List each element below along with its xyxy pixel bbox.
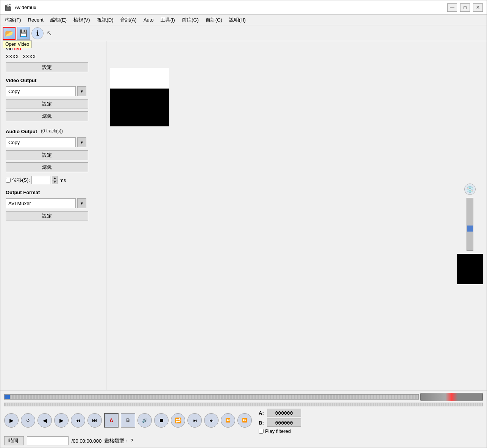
- menu-help[interactable]: 說明(H): [226, 16, 249, 24]
- menu-file[interactable]: 檔案(F): [2, 16, 24, 24]
- main-content: Vid Ied XXXX XXXX 設定 Video Output Copy ▼…: [0, 41, 487, 390]
- timeline-track-1[interactable]: [4, 394, 419, 400]
- format-dropdown-arrow[interactable]: ▼: [77, 198, 86, 208]
- app-icon: 🎬: [4, 4, 12, 11]
- audio-dropdown-arrow[interactable]: ▼: [77, 137, 86, 147]
- menu-audio[interactable]: 音訊(A): [117, 16, 140, 24]
- mark-b-button[interactable]: B: [121, 413, 135, 428]
- open-video-wrapper: 📂 Open Video: [3, 27, 16, 40]
- window-title: Avidemux: [15, 5, 36, 10]
- time-display-row: 時間: 00:00:00.000 /00:00:00.000 畫格類型： ?: [4, 436, 483, 445]
- main-window: 🎬 Avidemux — □ ✕ 檔案(F) Recent 編輯(E) 檢視(V…: [0, 0, 487, 448]
- prev-blk-button[interactable]: ⏪: [221, 413, 235, 428]
- ab-markers-section: A: 000000 B: 000000 Play filtered: [259, 409, 301, 434]
- info-icon: ℹ: [36, 29, 39, 37]
- audio-filter-button[interactable]: 濾鏡: [6, 162, 88, 172]
- shift-input[interactable]: 0: [31, 176, 50, 184]
- video-output-label: Video Output: [6, 78, 101, 83]
- title-bar-left: 🎬 Avidemux: [4, 4, 36, 11]
- shift-checkbox[interactable]: [6, 178, 11, 183]
- play-button[interactable]: ▶: [4, 413, 19, 428]
- video-dropdown-arrow[interactable]: ▼: [77, 86, 86, 96]
- open-video-button[interactable]: 📂: [3, 27, 16, 40]
- next-frame-button[interactable]: ▶: [54, 413, 69, 428]
- prev-frame-button[interactable]: ◀: [37, 413, 52, 428]
- menu-bar: 檔案(F) Recent 編輯(E) 檢視(V) 視訊(D) 音訊(A) Aut…: [0, 15, 487, 25]
- codec-right: XXXX: [23, 54, 36, 59]
- close-button[interactable]: ✕: [473, 3, 483, 12]
- prev-key-button[interactable]: ⏮: [187, 413, 202, 428]
- output-format-label: Output Format: [6, 190, 101, 195]
- open-video-tooltip: Open Video: [3, 40, 32, 48]
- format-config-button[interactable]: 設定: [6, 211, 88, 221]
- vol-button[interactable]: 🔊: [137, 413, 152, 428]
- fast-rewind-button[interactable]: ⏮: [71, 413, 85, 428]
- title-bar: 🎬 Avidemux — □ ✕: [0, 0, 487, 15]
- spin-row: 0 ▲ ▼ ms: [31, 176, 66, 184]
- current-time-input[interactable]: 00:00:00.000: [27, 436, 69, 445]
- vertical-slider-handle[interactable]: [467, 226, 473, 232]
- video-config-button[interactable]: 設定: [6, 99, 88, 109]
- title-bar-right: — □ ✕: [447, 3, 483, 12]
- menu-view[interactable]: 檢視(V): [70, 16, 93, 24]
- vertical-slider[interactable]: [467, 198, 473, 251]
- menu-video[interactable]: 視訊(D): [94, 16, 117, 24]
- timeline-handle-1[interactable]: [5, 395, 10, 399]
- menu-custom[interactable]: 自訂(C): [203, 16, 225, 24]
- preview-area: [106, 41, 487, 390]
- menu-edit[interactable]: 編輯(E): [47, 16, 70, 24]
- fast-forward-button[interactable]: ⏭: [87, 413, 102, 428]
- audio-tracks: (0 track(s)): [41, 128, 63, 134]
- save-icon: 💾: [19, 29, 28, 37]
- stop-button[interactable]: ⏹: [154, 413, 169, 428]
- video-codec-dropdown[interactable]: Copy: [6, 86, 76, 96]
- next-blk-button[interactable]: ⏩: [237, 413, 252, 428]
- audio-codec-dropdown[interactable]: Copy: [6, 137, 76, 147]
- ab-a-value[interactable]: 000000: [267, 409, 301, 417]
- menu-auto[interactable]: Auto: [140, 16, 157, 23]
- time-label-button[interactable]: 時間:: [4, 436, 24, 445]
- left-panel: Vid Ied XXXX XXXX 設定 Video Output Copy ▼…: [0, 41, 106, 390]
- b-label: B: [126, 417, 130, 423]
- spin-buttons: ▲ ▼: [52, 176, 58, 184]
- bottom-transport: ▶ ↺ ◀ ▶ ⏮ ⏭ A B 🔊 ⏹ 🔁 ⏮ ⏭ ⏪ ⏩: [0, 390, 487, 448]
- loop-button[interactable]: 🔁: [171, 413, 185, 428]
- maximize-button[interactable]: □: [460, 3, 470, 12]
- volume-slider[interactable]: [420, 393, 483, 401]
- mark-a-button[interactable]: A: [104, 413, 119, 428]
- timeline-dots[interactable]: [4, 403, 483, 406]
- shift-unit: ms: [59, 177, 66, 183]
- play-filtered-row: Play filtered: [259, 428, 301, 434]
- video-filter-button[interactable]: 濾鏡: [6, 111, 88, 121]
- preview-top: [110, 68, 169, 89]
- ab-b-value[interactable]: 000000: [267, 418, 301, 427]
- vid-config-button[interactable]: 設定: [6, 62, 88, 72]
- codec-left: XXXX: [6, 54, 19, 59]
- rewind-button[interactable]: ↺: [21, 413, 35, 428]
- play-filtered-checkbox[interactable]: [259, 429, 264, 434]
- audio-output-label: Audio Output: [6, 129, 37, 134]
- menu-recent[interactable]: Recent: [25, 16, 47, 23]
- video-preview: [110, 68, 169, 126]
- timeline-row-1: [4, 393, 483, 401]
- open-video-icon: 📂: [5, 29, 13, 37]
- audio-config-button[interactable]: 設定: [6, 150, 88, 160]
- shift-row: 位移(S): 0 ▲ ▼ ms: [6, 176, 101, 184]
- info-button[interactable]: ℹ: [31, 27, 44, 39]
- spin-down-button[interactable]: ▼: [52, 180, 58, 184]
- toolbar: 📂 Open Video 💾 ℹ ↖: [0, 25, 487, 41]
- time-separator: /00:00:00.000: [72, 438, 102, 444]
- format-dropdown[interactable]: AVI Muxer: [6, 198, 76, 208]
- menu-goto[interactable]: 前往(G): [179, 16, 202, 24]
- spin-up-button[interactable]: ▲: [52, 176, 58, 180]
- minimize-button[interactable]: —: [447, 3, 457, 12]
- audio-header: Audio Output (0 track(s)): [6, 126, 101, 136]
- transport-buttons: ▶ ↺ ◀ ▶ ⏮ ⏭ A B 🔊 ⏹ 🔁 ⏮ ⏭ ⏪ ⏩: [4, 413, 252, 428]
- menu-tools[interactable]: 工具(I): [158, 16, 178, 24]
- save-video-button[interactable]: 💾: [17, 27, 30, 40]
- disk-icon[interactable]: 💿: [464, 184, 476, 195]
- format-dropdown-row: AVI Muxer ▼: [6, 198, 101, 208]
- codec-row: XXXX XXXX: [6, 54, 101, 59]
- video-dropdown-row: Copy ▼: [6, 86, 101, 96]
- next-key-button[interactable]: ⏭: [204, 413, 219, 428]
